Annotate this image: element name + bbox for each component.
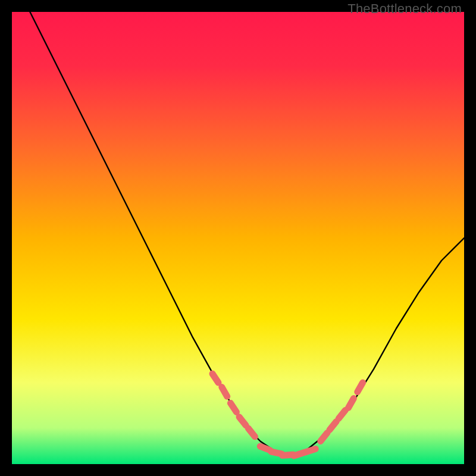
chart-svg: [12, 12, 464, 464]
marker-dash: [222, 387, 227, 397]
marker-dash: [305, 449, 315, 452]
marker-dash: [260, 446, 270, 450]
watermark-text: TheBottleneck.com: [347, 1, 462, 17]
gradient-background: [12, 12, 464, 464]
marker-dash: [349, 399, 354, 408]
chart-frame: [12, 12, 464, 464]
marker-dash: [358, 383, 363, 392]
